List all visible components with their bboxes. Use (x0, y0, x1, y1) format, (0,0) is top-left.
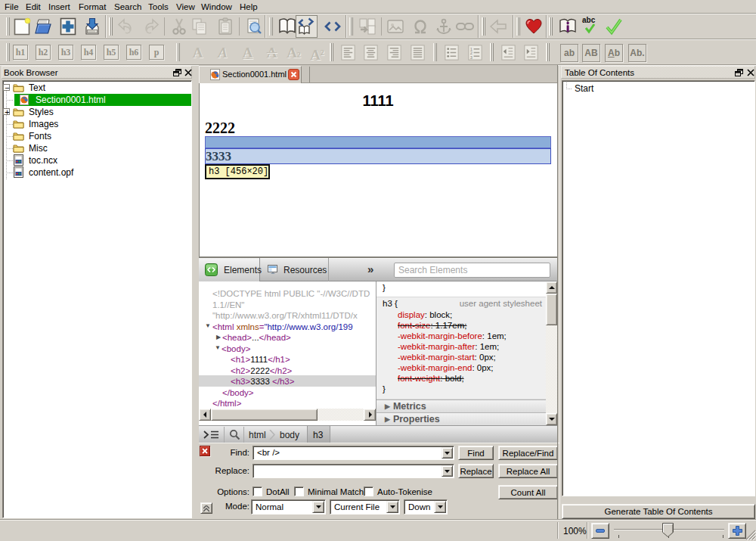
svg-text:3: 3 (470, 55, 472, 60)
svg-text:abc: abc (582, 16, 596, 24)
